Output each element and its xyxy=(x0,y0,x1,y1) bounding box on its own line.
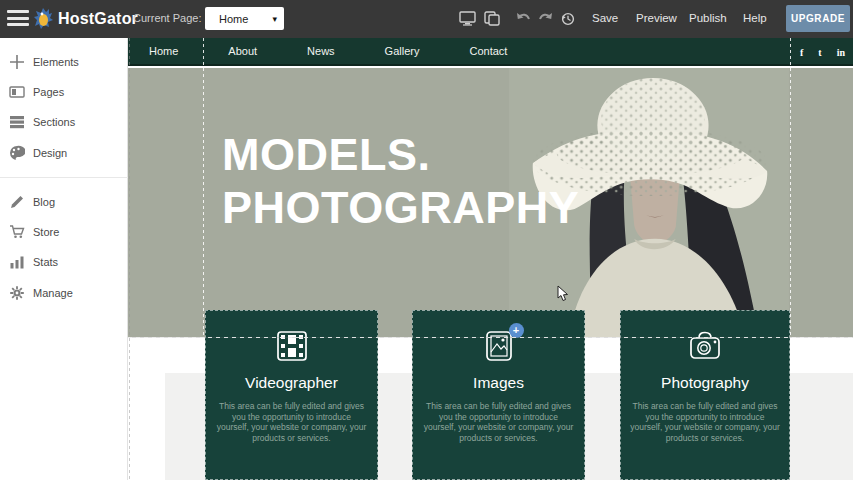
pencil-icon xyxy=(9,194,25,210)
redo-icon[interactable] xyxy=(537,11,554,26)
nav-item-about[interactable]: About xyxy=(228,45,257,57)
site-nav-menu: Home About News Gallery Contact xyxy=(128,45,507,57)
undo-icon[interactable] xyxy=(515,11,532,26)
nav-item-news[interactable]: News xyxy=(307,45,335,57)
card-images[interactable]: + Images This area can be fully edited a… xyxy=(412,310,585,480)
linkedin-icon[interactable]: in xyxy=(837,47,845,58)
hero-title-line2: PHOTOGRAPHY xyxy=(222,181,579,234)
card-title: Images xyxy=(413,374,584,392)
publish-button[interactable]: Publish xyxy=(689,12,727,24)
chevron-down-icon: ▾ xyxy=(272,14,277,24)
section-boundary-guide xyxy=(128,337,853,338)
sidebar-item-label: Manage xyxy=(33,287,73,299)
sidebar-item-label: Store xyxy=(33,226,59,238)
hero-title[interactable]: MODELS. PHOTOGRAPHY xyxy=(222,128,579,234)
social-links: f t in xyxy=(800,38,845,66)
builder-topbar: HostGator Current Page: Home ▾ Save Prev… xyxy=(0,0,853,38)
sidebar-item-label: Design xyxy=(33,147,67,159)
hamburger-menu-icon[interactable] xyxy=(7,10,29,26)
hero-title-line1: MODELS. xyxy=(222,128,579,181)
content-left-guide xyxy=(203,38,204,337)
mouse-cursor xyxy=(557,285,569,302)
content-right-guide xyxy=(790,38,791,337)
cart-icon xyxy=(9,224,25,240)
builder-sidebar: Elements Pages Sections Design Blog xyxy=(0,38,128,480)
card-title: Videographer xyxy=(206,374,377,392)
sidebar-item-stats[interactable]: Stats xyxy=(0,250,128,274)
sidebar-item-elements[interactable]: Elements xyxy=(0,50,128,74)
preview-button[interactable]: Preview xyxy=(636,12,677,24)
card-title: Photography xyxy=(621,374,789,392)
sidebar-item-blog[interactable]: Blog xyxy=(0,190,128,214)
history-icon[interactable] xyxy=(559,11,576,26)
save-button[interactable]: Save xyxy=(592,12,618,24)
sidebar-item-store[interactable]: Store xyxy=(0,220,128,244)
page-dropdown[interactable]: Home ▾ xyxy=(205,7,284,30)
current-page-label: Current Page: xyxy=(133,12,201,24)
camera-icon xyxy=(686,328,724,364)
gator-mascot-icon xyxy=(33,7,54,30)
help-button[interactable]: Help xyxy=(743,12,767,24)
card-body: This area can be fully edited and gives … xyxy=(630,401,780,443)
hero-section[interactable]: MODELS. PHOTOGRAPHY xyxy=(128,68,853,337)
card-body: This area can be fully edited and gives … xyxy=(424,401,574,443)
plus-icon xyxy=(9,54,25,70)
page-dropdown-value: Home xyxy=(219,13,248,25)
site-canvas: Home About News Gallery Contact f t in xyxy=(128,38,853,480)
sidebar-item-pages[interactable]: Pages xyxy=(0,80,128,104)
card-photography[interactable]: Photography This area can be fully edite… xyxy=(620,310,790,480)
upgrade-button[interactable]: UPGRADE xyxy=(786,5,850,32)
nav-item-gallery[interactable]: Gallery xyxy=(385,45,420,57)
image-plus-icon: + xyxy=(480,328,518,364)
twitter-icon[interactable]: t xyxy=(818,47,821,58)
gear-icon xyxy=(9,285,25,301)
facebook-icon[interactable]: f xyxy=(800,47,803,58)
film-icon xyxy=(273,328,311,364)
sidebar-item-label: Sections xyxy=(33,116,75,128)
add-image-plus-badge[interactable]: + xyxy=(509,323,524,338)
sidebar-item-label: Pages xyxy=(33,86,64,98)
palette-icon xyxy=(9,145,25,161)
site-nav-bar: Home About News Gallery Contact f t in xyxy=(128,38,853,66)
mobile-preview-icon[interactable] xyxy=(483,11,500,26)
bar-chart-icon xyxy=(9,254,25,270)
pages-icon xyxy=(9,84,25,100)
sidebar-item-design[interactable]: Design xyxy=(0,141,128,165)
sidebar-item-label: Stats xyxy=(33,256,58,268)
nav-item-contact[interactable]: Contact xyxy=(469,45,507,57)
app-window: HostGator Current Page: Home ▾ Save Prev… xyxy=(0,0,853,480)
card-videographer[interactable]: Videographer This area can be fully edit… xyxy=(205,310,378,480)
desktop-preview-icon[interactable] xyxy=(459,11,476,26)
sidebar-item-sections[interactable]: Sections xyxy=(0,110,128,134)
sidebar-item-manage[interactable]: Manage xyxy=(0,281,128,305)
brand-name: HostGator xyxy=(58,10,138,28)
sections-icon xyxy=(9,114,25,130)
hostgator-logo: HostGator xyxy=(33,7,138,30)
sidebar-divider xyxy=(0,177,128,178)
sidebar-item-label: Blog xyxy=(33,196,55,208)
page-edge-guide xyxy=(129,38,130,480)
sidebar-item-label: Elements xyxy=(33,56,79,68)
card-body: This area can be fully edited and gives … xyxy=(217,401,367,443)
nav-item-home[interactable]: Home xyxy=(149,45,178,57)
